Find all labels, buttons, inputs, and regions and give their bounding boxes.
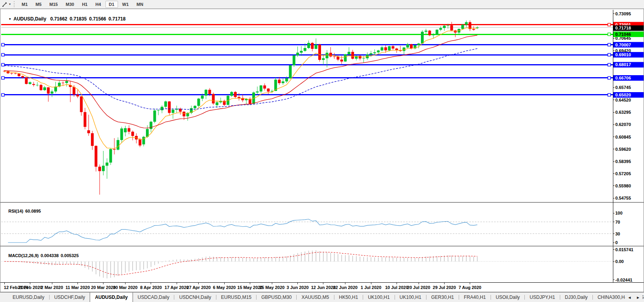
price-tick-label: 0.65745 [615, 85, 631, 90]
rsi-axis-label: 70 [615, 220, 620, 224]
timeframe-toolbar: ▾ M1M5M15M30H1H4D1W1MN [0, 0, 644, 9]
line-handle[interactable] [2, 54, 4, 56]
chart-tab-hk50-h1[interactable]: HK50,H1 [334, 293, 363, 302]
line-handle[interactable] [608, 93, 611, 96]
chart-tab-fra40-h1[interactable]: FRA40,H1 [459, 293, 491, 302]
timeframe-button-mn[interactable]: MN [133, 1, 147, 8]
macd-axis-label: -0.02441 [615, 278, 632, 282]
tab-scroll-right-icon[interactable]: ► [636, 295, 640, 300]
date-tick-label: 11 Mar 2020 [66, 285, 90, 290]
timeframe-button-m15[interactable]: M15 [46, 1, 61, 8]
date-tick-label: 6 May 2020 [213, 285, 236, 290]
chart-tab-eurusd-m15[interactable]: EURUSD,M15 [216, 293, 256, 302]
macd-indicator-label: MACD(12,26,9)0.0043380.005325 [4, 248, 81, 263]
line-handle[interactable] [608, 23, 611, 26]
chart-tab-ger30-h1[interactable]: GER30,H1 [426, 293, 459, 302]
date-tick-label: 7 Aug 2020 [459, 285, 482, 290]
date-tick-label: 20 Jul 2020 [407, 285, 430, 290]
rsi-indicator-label: RSI(14)60.0895 [4, 204, 43, 219]
price-line-badge-text: 0.65020 [615, 93, 631, 97]
macd-signal-value: 0.005325 [61, 253, 79, 258]
rsi-axis-label: 100 [615, 211, 622, 215]
price-line-badge-text: 0.66706 [615, 76, 631, 80]
chart-tabs: EURUSD,DailyUSDCHF,DailyAUDUSD,DailyUSDC… [0, 293, 644, 302]
date-tick-label: 21 Feb 2020 [18, 285, 42, 290]
chart-tab-uk100-h1[interactable]: UK100,H1 [363, 293, 394, 302]
collapse-triangle-icon[interactable]: ▼ [8, 17, 11, 21]
price-line-badge-text: 0.71046 [615, 32, 631, 37]
price-tick-label: 0.55980 [615, 183, 631, 188]
tab-scroll-left-icon[interactable]: ◄ [627, 295, 631, 300]
date-tick-label: 17 Apr 2020 [164, 285, 188, 290]
chart-tab-usdcad-daily[interactable]: USDCAD,Daily [133, 293, 174, 302]
date-tick-label: 8 Apr 2020 [140, 285, 162, 290]
rsi-axis-label: 0 [615, 240, 618, 245]
chart-tab-audusd-daily[interactable]: AUDUSD,Daily [90, 293, 133, 302]
price-tick-label: 0.64520 [615, 98, 631, 102]
date-tick-label: 2 Mar 2020 [41, 285, 63, 290]
rsi-name: RSI(14) [8, 209, 23, 213]
chart-tab-eurusd-daily[interactable]: EURUSD,Daily [8, 293, 49, 302]
line-handle[interactable] [608, 63, 611, 66]
chart-tab-usdcnh-daily[interactable]: USDCNH,Daily [174, 293, 216, 302]
ohlc-close: 0.71718 [109, 16, 125, 22]
price-tick-label: 0.54755 [615, 196, 631, 200]
date-tick-label: 27 Apr 2020 [186, 285, 210, 290]
date-tick-label: 29 Jul 2020 [433, 285, 456, 290]
chart-symbol-period: AUDUSD,Daily [13, 16, 46, 22]
ohlc-low: 0.71566 [89, 16, 106, 22]
timeframe-button-d1[interactable]: D1 [105, 1, 118, 8]
chart-title: ▼AUDUSD,Daily0.716620.718350.715660.7171… [3, 11, 128, 27]
line-handle[interactable] [2, 63, 4, 66]
ma-55-line [4, 48, 477, 109]
line-handle[interactable] [608, 54, 611, 56]
timeframe-button-w1[interactable]: W1 [119, 1, 133, 8]
ohlc-open: 0.71662 [50, 16, 67, 22]
timeframe-button-m30[interactable]: M30 [62, 1, 78, 8]
rsi-line [8, 219, 477, 243]
price-line-badge-text: 0.68017 [615, 62, 631, 67]
price-line-badge-text: 0.69010 [615, 52, 631, 57]
chart-window: 0.730950.706450.694200.657450.645200.632… [0, 9, 644, 292]
current-price-badge-text: 0.71718 [615, 26, 631, 30]
timeframe-button-h4[interactable]: H4 [92, 1, 104, 8]
line-handle[interactable] [608, 33, 611, 36]
chart-tab-usoil-daily[interactable]: USOil,Daily [491, 293, 524, 302]
candlestick-series [3, 20, 479, 195]
price-line-badge-text: 0.70007 [615, 43, 631, 47]
line-handle[interactable] [608, 76, 611, 79]
price-tick-label: 0.59620 [615, 147, 631, 152]
chart-tab-usdchf-daily[interactable]: USDCHF,Daily [50, 293, 90, 302]
timeframe-button-m1[interactable]: M1 [18, 1, 31, 8]
line-study-icon-glyph [2, 2, 7, 7]
timeframe-button-h1[interactable]: H1 [78, 1, 91, 8]
macd-name: MACD(12,26,9) [8, 253, 39, 258]
toolbar-grip[interactable] [14, 1, 15, 7]
tab-scroll-arrows: ◄ ► [625, 293, 642, 302]
line-handle[interactable] [2, 43, 4, 46]
line-handle[interactable] [2, 76, 4, 79]
chart-tab-xauusd-m5[interactable]: XAUUSD,M5 [297, 293, 334, 302]
line-handle[interactable] [2, 93, 4, 96]
rsi-axis-label: 30 [615, 232, 620, 236]
chart-tab-gbpusd-m30[interactable]: GBPUSD,M30 [256, 293, 296, 302]
rsi-value: 60.0895 [25, 209, 41, 213]
macd-axis-label: 0.00 [615, 259, 624, 264]
ohlc-high: 0.71835 [70, 16, 87, 22]
chart-tab-usdjpy-h1[interactable]: USDJPY,H1 [525, 293, 559, 302]
line-study-icon[interactable] [2, 2, 7, 7]
line-handle[interactable] [608, 43, 611, 46]
date-tick-label: 20 Mar 2020 [91, 285, 115, 290]
timeframe-button-m5[interactable]: M5 [32, 1, 45, 8]
chart-tab-dj30-daily[interactable]: DJ30,Daily [560, 293, 592, 302]
chart-tab-uk100-h1[interactable]: UK100,H1 [395, 293, 426, 302]
price-tick-label: 0.60845 [615, 135, 631, 139]
date-tick-label: 30 Mar 2020 [113, 285, 137, 290]
timeframe-buttons: M1M5M15M30H1H4D1W1MN [18, 1, 147, 8]
date-tick-label: 12 Jun 2020 [311, 285, 336, 290]
macd-main-value: 0.004338 [41, 253, 59, 258]
date-tick-label: 3 Jun 2020 [286, 285, 308, 290]
price-tick-label: 0.62070 [615, 122, 631, 127]
date-tick-label: 10 Jul 2020 [385, 285, 408, 290]
chevron-down-icon[interactable]: ▾ [9, 2, 11, 6]
